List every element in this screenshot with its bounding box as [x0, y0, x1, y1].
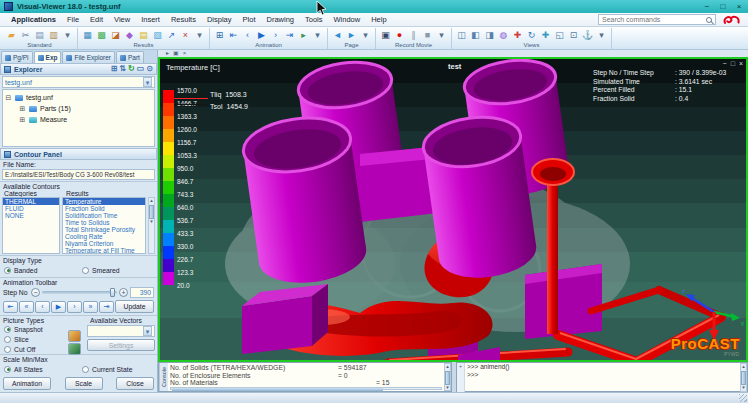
group-overflow-icon[interactable]: ▾ [359, 29, 372, 42]
result-item[interactable]: Cooling Rate [63, 233, 145, 240]
update-button[interactable]: Update [115, 300, 154, 313]
result-item[interactable]: Solidification Time [63, 212, 145, 219]
play-icon[interactable]: ▶ [255, 29, 268, 42]
scroll-up-icon[interactable]: ▲ [741, 364, 745, 370]
paste-icon[interactable]: ▥ [47, 29, 60, 42]
scale-option[interactable]: All States [4, 364, 82, 374]
open-results-icon[interactable]: ▦ [81, 29, 94, 42]
chart-icon[interactable]: ▧ [151, 29, 164, 42]
result-item[interactable]: Niyama Criterion [63, 240, 145, 247]
cut-icon[interactable]: ✂ [19, 29, 32, 42]
next-page-icon[interactable]: ► [345, 29, 358, 42]
model-combobox[interactable]: testg.unf▾ [2, 76, 155, 88]
pause-icon[interactable]: ∥ [407, 29, 420, 42]
scroll-thumb[interactable] [445, 371, 450, 385]
menu-item[interactable]: Edit [85, 14, 108, 25]
step-forward-icon[interactable]: › [67, 301, 82, 313]
vector-plot-icon[interactable]: ↗ [165, 29, 178, 42]
step-decrease-icon[interactable]: − [31, 288, 40, 297]
category-item[interactable]: NONE [3, 212, 59, 219]
scroll-up-icon[interactable]: ▲ [149, 198, 153, 204]
chevron-down-icon[interactable]: ▾ [143, 326, 152, 336]
animation-setup-icon[interactable]: ⊞ [213, 29, 226, 42]
clear-results-icon[interactable]: × [179, 29, 192, 42]
group-overflow-icon[interactable]: ▾ [435, 29, 448, 42]
pan-view-icon[interactable]: ✚ [539, 29, 552, 42]
animation-button[interactable]: Animation [3, 377, 51, 390]
zoom-window-icon[interactable]: ◱ [553, 29, 566, 42]
float-panel-icon[interactable]: ▣ [173, 50, 179, 57]
top-view-icon[interactable]: ◨ [483, 29, 496, 42]
camera-icon[interactable]: ▣ [379, 29, 392, 42]
step-increase-icon[interactable]: + [119, 288, 128, 297]
category-item[interactable]: FLUID [3, 205, 59, 212]
expander-icon[interactable]: ⊟ [5, 94, 12, 101]
settings-button[interactable]: Settings [87, 339, 155, 351]
viewport-3d[interactable]: y x z Temperature [C] test −□× Step No /… [158, 57, 748, 362]
result-item[interactable]: Fraction Solid [63, 205, 145, 212]
sort-icon[interactable]: ⇅ [119, 64, 126, 74]
console-tab[interactable]: Console [159, 363, 168, 391]
vectors-combobox[interactable]: ▾ [87, 325, 155, 337]
step-forward-icon[interactable]: › [269, 29, 282, 42]
step-slider[interactable] [42, 291, 117, 294]
render-mode-icon[interactable]: ◍ [497, 29, 510, 42]
export-animation-icon[interactable]: ▸ [297, 29, 310, 42]
scroll-up-icon[interactable]: ▲ [445, 364, 449, 370]
previous-page-icon[interactable]: ◄ [331, 29, 344, 42]
menu-item[interactable]: Results [166, 14, 201, 25]
pin-panel-icon[interactable]: ▸ [166, 50, 169, 57]
more-options-icon[interactable]: ⊙ [146, 64, 153, 74]
stop-icon[interactable]: ■ [421, 29, 434, 42]
view-mode-icon[interactable]: ⊞ [111, 64, 118, 74]
tab-part[interactable]: Part [116, 51, 144, 63]
slider-thumb[interactable] [110, 288, 115, 297]
rotate-view-icon[interactable]: ↻ [525, 29, 538, 42]
legend-icon[interactable]: ▤ [137, 29, 150, 42]
search-input[interactable] [602, 16, 706, 23]
resize-grip[interactable] [739, 394, 747, 402]
menu-item[interactable]: Help [366, 14, 391, 25]
open-file-icon[interactable]: ▰ [5, 29, 18, 42]
cutoff-icon[interactable] [68, 343, 81, 355]
result-item[interactable]: Total Shrinkage Porosity [63, 226, 145, 233]
copy-icon[interactable]: ▤ [33, 29, 46, 42]
scroll-down-icon[interactable]: ▼ [445, 385, 449, 391]
scroll-down-icon[interactable]: ▼ [741, 385, 745, 391]
horizontal-scrollbar[interactable] [170, 387, 442, 391]
group-overflow-icon[interactable]: ▾ [595, 29, 608, 42]
maximize-icon[interactable]: □ [718, 2, 728, 11]
scroll-thumb[interactable] [149, 205, 154, 219]
tree-item[interactable]: ⊞ Parts (15) [5, 103, 152, 114]
result-item[interactable]: Temperature [63, 198, 145, 205]
step-back-icon[interactable]: ‹ [35, 301, 50, 313]
expander-icon[interactable]: ⊞ [19, 105, 26, 112]
result-item[interactable]: Time to Solidus [63, 219, 145, 226]
step-value-field[interactable]: 390 [130, 287, 154, 298]
scroll-down-icon[interactable]: ▼ [149, 219, 153, 225]
display-type-option[interactable]: Banded [4, 265, 82, 275]
display-type-option[interactable]: Smeared [82, 265, 120, 275]
python-scrollbar[interactable]: ▲▼ [740, 363, 747, 392]
record-icon[interactable]: ● [393, 29, 406, 42]
contour-bands-icon[interactable]: ▩ [95, 29, 108, 42]
anchor-icon[interactable]: ⚓ [581, 29, 594, 42]
front-view-icon[interactable]: ◧ [469, 29, 482, 42]
iso-surface-icon[interactable]: ◆ [123, 29, 136, 42]
results-scrollbar[interactable]: ▲▼ [148, 197, 155, 254]
slice-icon[interactable] [68, 330, 81, 342]
menu-item[interactable]: Display [202, 14, 237, 25]
group-overflow-icon[interactable]: ▾ [311, 29, 324, 42]
scroll-thumb[interactable] [741, 371, 746, 385]
tab-pgpl[interactable]: Pg/Pl [1, 51, 33, 63]
menu-item[interactable]: File [62, 14, 84, 25]
menu-item[interactable]: Window [329, 14, 366, 25]
close-view-icon[interactable]: × [739, 60, 743, 68]
scale-option[interactable]: Current State [82, 364, 132, 374]
restore-view-icon[interactable]: □ [731, 60, 735, 68]
menu-item[interactable]: Plot [238, 14, 261, 25]
last-frame-icon[interactable]: ⇥ [283, 29, 296, 42]
menu-item[interactable]: View [109, 14, 135, 25]
zoom-fit-icon[interactable]: ⊡ [567, 29, 580, 42]
close-icon[interactable]: × [734, 2, 744, 11]
